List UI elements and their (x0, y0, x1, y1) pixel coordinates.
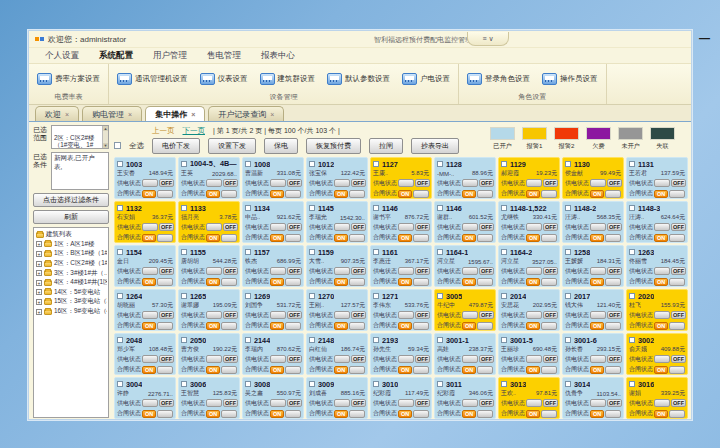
room-card[interactable]: 1265 谢翠娜 195.09元 供电状态 OFF 合闸状态 ON (178, 289, 240, 331)
room-card[interactable]: 2148 白红仙 186.74元 供电状态 OFF 合闸状态 ON (306, 333, 368, 375)
menu-item-4[interactable]: 售电管理 (207, 50, 241, 62)
supply-on-button[interactable] (654, 267, 670, 275)
supply-off-button[interactable]: OFF (159, 267, 174, 275)
select-all-checkbox[interactable] (114, 142, 121, 149)
toolbar-button-6[interactable]: 抄表导出 (411, 138, 459, 154)
room-checkbox[interactable] (309, 337, 315, 343)
switch-off-button[interactable] (477, 366, 493, 374)
switch-off-button[interactable] (349, 366, 365, 374)
room-card[interactable]: 3004 许静 2276.71.. 供电状态 OFF 合闸状态 ON (114, 377, 176, 419)
switch-on-button[interactable]: ON (398, 410, 412, 418)
supply-on-button[interactable] (526, 311, 542, 319)
ribbon-button-2-5[interactable]: 户电设置 (402, 73, 450, 85)
switch-on-button[interactable]: ON (270, 366, 284, 374)
supply-off-button[interactable]: OFF (223, 355, 238, 363)
room-checkbox[interactable] (309, 249, 315, 255)
supply-off-button[interactable]: OFF (159, 399, 174, 407)
switch-off-button[interactable] (285, 190, 301, 198)
supply-on-button[interactable] (462, 311, 478, 319)
room-card[interactable]: 1145 李瑞光 1542.30.. 供电状态 OFF 合闸状态 ON (306, 201, 368, 243)
switch-on-button[interactable]: ON (590, 410, 604, 418)
room-card[interactable]: 1004-5、4B— 王英 2029.68.. 供电状态 OFF 合闸状态 ON (178, 157, 240, 199)
supply-on-button[interactable] (142, 355, 158, 363)
tree-item-8[interactable]: +16区：9#变电站（4#… (36, 307, 107, 317)
switch-on-button[interactable]: ON (590, 234, 604, 242)
room-card[interactable]: 1155 唐胡胡 544.28元 供电状态 OFF 合闸状态 ON (178, 245, 240, 287)
switch-on-button[interactable]: ON (206, 278, 220, 286)
switch-off-button[interactable] (541, 366, 557, 374)
room-checkbox[interactable] (565, 381, 571, 387)
room-checkbox[interactable] (117, 161, 123, 167)
supply-off-button[interactable]: OFF (607, 179, 622, 187)
expand-icon[interactable]: + (36, 241, 42, 247)
supply-on-button[interactable] (270, 399, 286, 407)
switch-off-button[interactable] (221, 234, 237, 242)
switch-off-button[interactable] (605, 366, 621, 374)
room-checkbox[interactable] (117, 205, 123, 211)
scroll-down-icon[interactable]: ▼ (103, 143, 108, 148)
switch-on-button[interactable]: ON (654, 278, 668, 286)
room-card[interactable]: 1271 李伟东 533.76元 供电状态 OFF 合闸状态 ON (370, 289, 432, 331)
room-card[interactable]: 1161 李惠迁 367.17元 供电状态 OFF 合闸状态 ON (370, 245, 432, 287)
selected-range-listbox[interactable]: 2区：C区2#楼 （1#变电、1# 泵电、/C2… ▲▼ (51, 125, 109, 149)
room-checkbox[interactable] (181, 337, 187, 343)
room-checkbox[interactable] (437, 205, 443, 211)
switch-on-button[interactable]: ON (142, 322, 156, 330)
switch-off-button[interactable] (157, 366, 173, 374)
room-checkbox[interactable] (181, 161, 187, 167)
room-checkbox[interactable] (181, 205, 187, 211)
switch-on-button[interactable]: ON (206, 410, 220, 418)
supply-on-button[interactable] (398, 399, 414, 407)
supply-off-button[interactable]: OFF (223, 179, 238, 187)
switch-off-button[interactable] (285, 278, 301, 286)
switch-off-button[interactable] (605, 410, 621, 418)
switch-off-button[interactable] (477, 322, 493, 330)
supply-on-button[interactable] (206, 223, 222, 231)
supply-on-button[interactable] (462, 399, 478, 407)
room-checkbox[interactable] (117, 337, 123, 343)
supply-on-button[interactable] (398, 179, 414, 187)
switch-on-button[interactable]: ON (654, 234, 668, 242)
room-checkbox[interactable] (373, 249, 379, 255)
toolbar-button-4[interactable]: 恢复预付费 (306, 138, 361, 154)
room-checkbox[interactable] (501, 161, 507, 167)
supply-on-button[interactable] (206, 399, 222, 407)
switch-on-button[interactable]: ON (334, 190, 348, 198)
supply-on-button[interactable] (206, 179, 222, 187)
room-card[interactable]: 3001-5 王丽珍 690.48元 供电状态 OFF 合闸状态 ON (498, 333, 560, 375)
switch-on-button[interactable]: ON (398, 322, 412, 330)
switch-off-button[interactable] (221, 278, 237, 286)
switch-on-button[interactable]: ON (142, 366, 156, 374)
supply-on-button[interactable] (270, 179, 286, 187)
switch-off-button[interactable] (349, 234, 365, 242)
room-card[interactable]: 1128 -MM-.. 88.96元 供电状态 OFF 合闸状态 ON (434, 157, 496, 199)
supply-on-button[interactable] (654, 399, 670, 407)
room-checkbox[interactable] (565, 249, 571, 255)
room-checkbox[interactable] (181, 249, 187, 255)
switch-on-button[interactable]: ON (462, 366, 476, 374)
switch-on-button[interactable]: ON (334, 366, 348, 374)
prev-page-link[interactable]: 上一页 (152, 126, 175, 136)
switch-off-button[interactable] (413, 234, 429, 242)
supply-on-button[interactable] (398, 223, 414, 231)
room-checkbox[interactable] (501, 293, 507, 299)
switch-on-button[interactable]: ON (398, 234, 412, 242)
switch-on-button[interactable]: ON (526, 366, 540, 374)
switch-off-button[interactable] (477, 410, 493, 418)
supply-on-button[interactable] (334, 267, 350, 275)
switch-on-button[interactable]: ON (462, 234, 476, 242)
supply-on-button[interactable] (398, 311, 414, 319)
room-card[interactable]: 3008 吴之鑫 550.97元 供电状态 OFF 合闸状态 ON (242, 377, 304, 419)
supply-on-button[interactable] (654, 311, 670, 319)
supply-off-button[interactable]: OFF (415, 355, 430, 363)
room-checkbox[interactable] (629, 337, 635, 343)
supply-on-button[interactable] (334, 311, 350, 319)
menu-item-3[interactable]: 用户管理 (153, 50, 187, 62)
room-checkbox[interactable] (437, 249, 443, 255)
supply-off-button[interactable]: OFF (159, 179, 174, 187)
room-checkbox[interactable] (245, 205, 251, 211)
switch-off-button[interactable] (349, 410, 365, 418)
tab-close-icon[interactable]: × (128, 111, 132, 118)
switch-on-button[interactable]: ON (590, 278, 604, 286)
supply-off-button[interactable]: OFF (543, 223, 558, 231)
